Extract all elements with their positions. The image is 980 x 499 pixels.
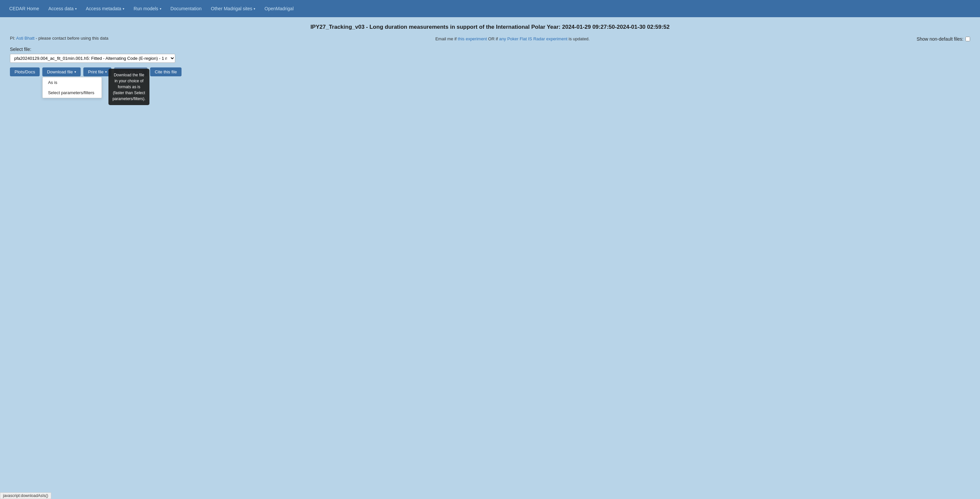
pi-label: PI:: [10, 36, 15, 41]
status-bar: javascript:downloadAsIs(): [0, 493, 51, 499]
chevron-down-icon: ▾: [254, 7, 255, 11]
nav-run-models-label: Run models: [134, 6, 158, 11]
email-line: Email me if this experiment OR if any Po…: [436, 37, 590, 41]
chevron-down-icon: ▾: [75, 7, 77, 11]
nav-run-models[interactable]: Run models ▾: [130, 3, 165, 14]
nav-access-data[interactable]: Access data ▾: [44, 3, 80, 14]
navbar: CEDAR Home Access data ▾ Access metadata…: [0, 0, 980, 17]
chevron-down-icon: ▾: [105, 70, 107, 74]
nav-other-madrigal-sites[interactable]: Other Madrigal sites ▾: [207, 3, 259, 14]
download-file-dropdown-container: Download file ▾ As is Select parameters/…: [42, 67, 81, 76]
nav-openmadrigal[interactable]: OpenMadrigal: [261, 3, 298, 14]
any-experiment-link[interactable]: any Poker Flat IS Radar experiment: [499, 37, 568, 41]
info-row: PI: Asti Bhatt - please contact before u…: [10, 36, 970, 42]
nav-documentation-label: Documentation: [170, 6, 202, 11]
view-file-info-label: View file info: [119, 69, 143, 74]
select-file-label: Select file:: [10, 47, 970, 52]
nav-openmadrigal-label: OpenMadrigal: [264, 6, 294, 11]
chevron-down-icon: ▾: [75, 70, 76, 74]
chevron-down-icon: ▾: [123, 7, 124, 11]
select-params-label: Select parameters/filters: [48, 90, 94, 95]
pi-line: PI: Asti Bhatt - please contact before u…: [10, 36, 108, 41]
nav-cedar-home[interactable]: CEDAR Home: [5, 3, 43, 14]
pi-name-link[interactable]: Asti Bhatt: [16, 36, 35, 41]
print-file-label: Print file: [88, 69, 103, 74]
nav-other-madrigal-sites-label: Other Madrigal sites: [211, 6, 252, 11]
page-title: IPY27_Tracking_v03 - Long duration measu…: [10, 24, 970, 30]
email-middle: OR if: [488, 37, 499, 41]
view-file-info-button[interactable]: View file info: [114, 67, 148, 76]
print-file-button[interactable]: Print file ▾: [83, 67, 111, 76]
nav-access-data-label: Access data: [48, 6, 73, 11]
button-row: Plots/Docs Download file ▾ As is Select …: [10, 67, 970, 76]
pi-note: - please contact before using this data: [36, 36, 108, 41]
download-dropdown-menu: As is Select parameters/filters: [42, 77, 102, 98]
cite-this-file-button[interactable]: Cite this file: [150, 67, 181, 76]
nav-documentation[interactable]: Documentation: [167, 3, 206, 14]
show-nondefault-checkbox[interactable]: [966, 37, 970, 41]
download-file-button[interactable]: Download file ▾: [42, 67, 81, 76]
chevron-down-icon: ▾: [160, 7, 161, 11]
email-suffix: is updated.: [569, 37, 590, 41]
show-nondefault-label: Show non-default files:: [916, 37, 964, 41]
plots-docs-label: Plots/Docs: [14, 69, 35, 74]
nav-access-metadata[interactable]: Access metadata ▾: [82, 3, 128, 14]
as-is-label: As is: [48, 80, 57, 85]
main-content: IPY27_Tracking_v03 - Long duration measu…: [0, 17, 980, 83]
download-select-params-item[interactable]: Select parameters/filters: [43, 87, 102, 98]
show-nondefault-container: Show non-default files:: [916, 37, 970, 41]
cite-this-file-label: Cite this file: [155, 69, 177, 74]
file-select-dropdown[interactable]: pfa20240129.004_ac_fit_01min.001.h5: Fit…: [10, 54, 175, 63]
plots-docs-button[interactable]: Plots/Docs: [10, 67, 40, 76]
nav-access-metadata-label: Access metadata: [86, 6, 121, 11]
this-experiment-link[interactable]: this experiment: [458, 37, 487, 41]
download-file-label: Download file: [47, 69, 73, 74]
status-bar-text: javascript:downloadAsIs(): [3, 493, 48, 498]
download-as-is-item[interactable]: As is: [43, 77, 102, 87]
email-prefix: Email me if: [436, 37, 458, 41]
